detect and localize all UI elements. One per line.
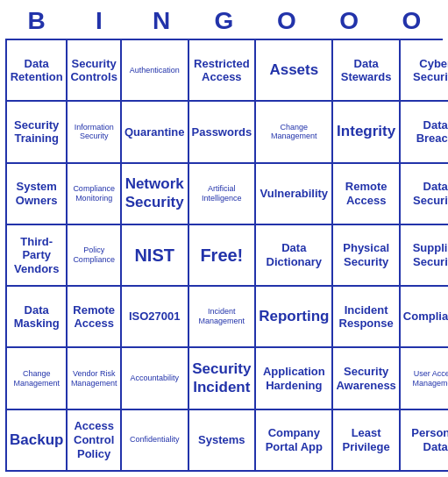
cell-1-0: Security Training (7, 102, 68, 163)
cell-4-5: Incident Response (333, 287, 400, 348)
cell-text-1-2: Quarantine (124, 125, 185, 139)
cell-6-4: Company Portal App (256, 410, 333, 472)
cell-text-6-2: Confidentiality (130, 435, 180, 445)
cell-text-2-2: Network Security (124, 175, 185, 211)
cell-6-3: Systems (189, 410, 257, 472)
cell-4-4: Reporting (256, 287, 333, 348)
cell-text-0-4: Assets (269, 61, 318, 79)
cell-text-6-6: Personal Data (403, 426, 448, 453)
cell-1-4: Change Management (256, 102, 333, 163)
cell-5-0: Change Management (7, 348, 68, 409)
cell-5-6: User Access Management (401, 348, 448, 409)
cell-0-4: Assets (256, 40, 333, 102)
cell-text-2-1: Compliance Monitoring (70, 184, 117, 203)
cell-5-3: Security Incident (189, 348, 257, 409)
cell-text-1-1: Information Security (70, 123, 117, 142)
cell-1-1: Information Security (68, 102, 121, 163)
cell-5-4: Application Hardening (256, 348, 333, 409)
cell-6-0: Backup (7, 410, 68, 472)
cell-2-5: Remote Access (333, 164, 400, 225)
cell-2-1: Compliance Monitoring (68, 164, 121, 225)
cell-4-0: Data Masking (7, 287, 68, 348)
bingo-header: BINGOOO (5, 5, 443, 37)
cell-3-1: Policy Compliance (68, 225, 121, 287)
cell-0-1: Security Controls (68, 40, 121, 102)
cell-3-3: Free! (189, 225, 257, 287)
cell-text-5-1: Vendor Risk Management (70, 369, 117, 388)
cell-text-5-4: Application Hardening (259, 365, 329, 392)
cell-text-0-0: Data Retention (10, 57, 63, 84)
cell-2-0: System Owners (7, 164, 68, 225)
cell-3-2: NIST (122, 225, 189, 287)
cell-0-6: Cyber Security (401, 40, 448, 102)
cell-text-2-5: Remote Access (336, 180, 395, 207)
header-letter-3: G (193, 5, 255, 37)
cell-1-2: Quarantine (122, 102, 189, 163)
cell-4-6: Compliance (401, 287, 448, 348)
cell-3-6: Supplier Security (401, 225, 448, 287)
cell-text-1-6: Data Breach (403, 118, 448, 146)
cell-text-1-4: Change Management (259, 123, 329, 142)
cell-text-5-5: Security Awareness (336, 365, 395, 392)
cell-text-3-0: Third-Party Vendors (10, 235, 63, 276)
cell-4-2: ISO27001 (122, 287, 189, 348)
cell-text-6-0: Backup (10, 431, 63, 449)
cell-text-4-0: Data Masking (10, 303, 63, 331)
cell-1-3: Passwords (189, 102, 257, 163)
cell-text-4-4: Reporting (259, 308, 329, 325)
cell-0-3: Restricted Access (189, 40, 257, 102)
cell-text-6-1: Access Control Policy (70, 419, 117, 460)
cell-1-5: Integrity (333, 102, 400, 163)
cell-text-6-5: Least Privilege (336, 426, 395, 453)
cell-text-2-0: System Owners (10, 180, 63, 207)
cell-text-6-4: Company Portal App (259, 426, 329, 453)
cell-text-0-6: Cyber Security (403, 57, 448, 84)
cell-text-3-4: Data Dictionary (259, 241, 329, 268)
cell-text-5-0: Change Management (10, 369, 63, 388)
cell-6-1: Access Control Policy (68, 410, 121, 472)
cell-text-0-1: Security Controls (70, 57, 117, 84)
cell-text-1-3: Passwords (192, 125, 252, 139)
cell-text-4-2: ISO27001 (129, 310, 181, 324)
header-letter-1: I (68, 5, 130, 37)
cell-3-0: Third-Party Vendors (7, 225, 68, 287)
cell-3-4: Data Dictionary (256, 225, 333, 287)
cell-4-3: Incident Management (189, 287, 257, 348)
cell-0-2: Authentication (122, 40, 189, 102)
cell-text-1-0: Security Training (10, 118, 63, 146)
cell-text-4-6: Compliance (403, 310, 448, 324)
cell-text-6-3: Systems (198, 433, 245, 447)
cell-2-3: Artificial Intelligence (189, 164, 257, 225)
bingo-grid: Data RetentionSecurity ControlsAuthentic… (5, 39, 443, 472)
cell-text-2-3: Artificial Intelligence (192, 184, 252, 203)
cell-6-5: Least Privilege (333, 410, 400, 472)
cell-5-5: Security Awareness (333, 348, 400, 409)
cell-text-2-6: Data Security (403, 180, 448, 207)
cell-4-1: Remote Access (68, 287, 121, 348)
cell-text-3-3: Free! (200, 245, 243, 266)
cell-0-5: Data Stewards (333, 40, 400, 102)
header-letter-2: N (131, 5, 193, 37)
cell-text-0-3: Restricted Access (192, 57, 252, 84)
cell-6-6: Personal Data (401, 410, 448, 472)
cell-2-6: Data Security (401, 164, 448, 225)
header-letter-0: B (5, 5, 68, 37)
cell-text-4-3: Incident Management (192, 307, 252, 326)
cell-text-2-4: Vulnerability (260, 187, 329, 201)
cell-5-2: Accountability (122, 348, 189, 409)
cell-text-3-6: Supplier Security (403, 241, 448, 268)
cell-text-5-3: Security Incident (192, 360, 252, 396)
cell-text-0-5: Data Stewards (336, 57, 395, 84)
cell-2-2: Network Security (122, 164, 189, 225)
cell-text-4-5: Incident Response (336, 303, 395, 331)
header-letter-4: O (255, 5, 317, 37)
cell-text-3-2: NIST (134, 245, 174, 266)
cell-text-5-2: Accountability (130, 374, 179, 383)
cell-text-1-5: Integrity (337, 123, 395, 140)
cell-1-6: Data Breach (401, 102, 448, 163)
header-letter-5: O (317, 5, 380, 37)
cell-6-2: Confidentiality (122, 410, 189, 472)
cell-2-4: Vulnerability (256, 164, 333, 225)
cell-0-0: Data Retention (7, 40, 68, 102)
cell-text-3-5: Physical Security (336, 241, 395, 268)
